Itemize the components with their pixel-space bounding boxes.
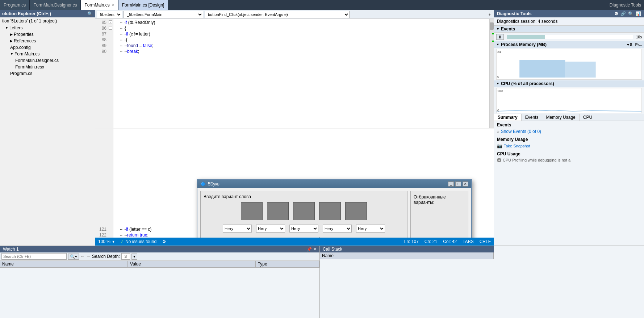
cpu-note-row: ● CPU Profiling while debugging is not a	[497, 158, 641, 162]
depth-dropdown-btn[interactable]: ▾	[131, 254, 137, 260]
watch-search-input[interactable]	[1, 253, 67, 260]
tab-formmain-designer[interactable]: FormMain.Designer.cs	[30, 0, 81, 10]
method-dropdown[interactable]: buttonFind_Click(object sender, EventArg…	[205, 11, 350, 18]
callstack-col-name: Name	[320, 252, 494, 259]
watch-panel-header: Watch 1 📌 ✕	[0, 246, 319, 252]
dialog-controls: _ □ ✕	[448, 181, 468, 187]
zoom-dropdown[interactable]: ▾	[112, 239, 114, 244]
sidebar-item-formmain[interactable]: ▼ FormMain.cs	[0, 51, 95, 57]
callstack-table: Name	[320, 252, 494, 318]
letter-box-5[interactable]	[345, 202, 367, 220]
tab-cpu[interactable]: CPU	[580, 114, 596, 121]
watch-pin-icon[interactable]: 📌	[307, 247, 312, 252]
time-label: 10s	[636, 35, 642, 39]
sidebar-header: olution Explorer (Ctrl+;) 🔍	[0, 10, 95, 17]
cpu-section-header[interactable]: ▼ CPU (% of all processors)	[494, 80, 644, 87]
letter-select-5[interactable]: Нету	[356, 225, 385, 233]
fold-icon-87[interactable]: -	[109, 26, 112, 30]
input-label: Введите вариант слова	[204, 194, 404, 199]
letter-select-2[interactable]: Нету	[256, 225, 285, 233]
memory-section-header[interactable]: ▼ Process Memory (MB) ▼S Pr...	[494, 41, 644, 48]
watch-search-button[interactable]: 🔍▾	[68, 254, 79, 260]
tab-memory-usage[interactable]: Memory Usage	[542, 114, 579, 121]
settings-icon[interactable]: ⚙	[162, 239, 166, 244]
tab-close-icon[interactable]: ✕	[112, 3, 114, 7]
dialog-close-btn[interactable]: ✕	[463, 181, 468, 187]
diag-search-icon[interactable]: 🔍	[628, 11, 633, 16]
search-depth-input[interactable]	[121, 253, 130, 260]
filter-button[interactable]: Отсеять	[288, 237, 320, 238]
watch-close-icon[interactable]: ✕	[313, 247, 317, 252]
diag-header: Diagnostic Tools ⚙ 🔗 🔍 📊	[494, 10, 644, 17]
letter-box-4[interactable]	[319, 202, 341, 220]
watch-back-icon[interactable]: ←	[80, 254, 85, 259]
memory-filter-icon[interactable]: ▼S	[626, 43, 632, 47]
letter-box-1[interactable]	[241, 202, 263, 220]
tab-summary[interactable]: Summary	[494, 114, 522, 121]
pause-btn[interactable]: ⏸	[496, 34, 504, 40]
sidebar-item-formmain-resx[interactable]: FormMain.resx	[0, 64, 95, 70]
namespace-dropdown[interactable]: 5Letters	[97, 11, 122, 18]
show-events-link[interactable]: Show Events (0 of 0)	[501, 129, 541, 134]
sidebar-item-formmain-designer[interactable]: FormMain.Designer.cs	[0, 57, 95, 64]
rejected-title: Отбракованные варианты:	[414, 194, 465, 205]
dialog-body: Введите вариант слова	[197, 188, 471, 238]
diag-link-icon[interactable]: 🔗	[620, 11, 626, 16]
callstack-panel: Call Stack Name	[320, 246, 494, 318]
tab-formmain-cs[interactable]: FormMain.cs ✕	[81, 0, 118, 10]
cpu-max-label: 100	[497, 89, 503, 93]
letter-select-1[interactable]: Нету	[223, 225, 252, 233]
tab-formmain-design[interactable]: FormMain.cs [Design]	[118, 0, 168, 10]
cpu-note-text: CPU Profiling while debugging is not a	[503, 158, 570, 162]
dialog-minimize-btn[interactable]: _	[448, 181, 454, 187]
letter-box-3[interactable]	[293, 202, 315, 220]
bottom-area: Watch 1 📌 ✕ 🔍▾ ← → Search Depth: ▾	[0, 246, 644, 318]
bottom-diag-spacer	[494, 246, 644, 318]
sidebar-item-references[interactable]: ▶ References	[0, 38, 95, 44]
fold-column-bottom	[108, 129, 113, 238]
watch-panel-controls: 📌 ✕	[307, 247, 317, 252]
cpu-usage-detail: CPU Usage ● CPU Profiling while debuggin…	[494, 150, 644, 164]
col-indicator: Col: 42	[443, 239, 457, 244]
cpu-min-label: 0	[497, 109, 499, 112]
watch-panel: Watch 1 📌 ✕ 🔍▾ ← → Search Depth: ▾	[0, 246, 320, 318]
sidebar-item-properties[interactable]: ▶ Properties	[0, 31, 95, 38]
add-tab-icon[interactable]: +	[487, 12, 492, 17]
search-depth-label: Search Depth:	[92, 254, 120, 259]
events-detail: Events » Show Events (0 of 0)	[494, 121, 644, 135]
letter-select-4[interactable]: Нету	[323, 225, 352, 233]
tabs-indicator: TABS	[463, 239, 473, 244]
diag-chart-icon[interactable]: 📊	[636, 11, 641, 16]
search-icon[interactable]: 🔍	[87, 11, 93, 16]
solution-explorer: olution Explorer (Ctrl+;) 🔍 tion '5Lette…	[0, 10, 95, 246]
scrollbar-top[interactable]	[489, 19, 494, 128]
take-snapshot-row: 📷 Take Snapshot	[497, 143, 641, 148]
cpu-chart: 100 0	[496, 88, 642, 113]
diag-session-info: Diagnostics session: 4 seconds	[494, 17, 644, 26]
class-dropdown[interactable]: _5Letters.FormMain	[124, 11, 203, 18]
tab-events[interactable]: Events	[522, 114, 543, 121]
dialog-maximize-btn[interactable]: □	[455, 181, 461, 187]
memory-options-icon[interactable]: Pr...	[635, 43, 642, 47]
diag-settings-icon[interactable]: ⚙	[614, 11, 618, 16]
line-indicator: Ln: 107	[404, 239, 419, 244]
col-type: Type	[255, 261, 319, 268]
letter-boxes	[204, 202, 404, 220]
sidebar-item-program[interactable]: Program.cs	[0, 70, 95, 77]
tab-program-cs[interactable]: Program.cs	[0, 0, 30, 10]
letter-select-3[interactable]: Нету	[289, 225, 318, 233]
watch-forward-icon[interactable]: →	[86, 254, 91, 259]
dialog-titlebar: 🔷 5Букв _ □ ✕	[197, 180, 471, 188]
sidebar-item-root[interactable]: ▼ Letters	[0, 25, 95, 31]
char-indicator: Ch: 21	[425, 239, 437, 244]
memory-chart: 24 0	[496, 49, 642, 80]
fold-icon-85[interactable]: -	[109, 20, 112, 24]
diagnostic-panel: Diagnostic Tools ⚙ 🔗 🔍 📊 Diagnostics ses…	[494, 10, 644, 246]
sidebar-item-appconfig[interactable]: App.config	[0, 44, 95, 51]
code-top: ····if (tb.ReadOnly) ····{ ·····if (c !=…	[118, 19, 489, 128]
events-section-header[interactable]: ▼ Events	[494, 26, 644, 33]
indicator-column-bottom	[113, 129, 118, 238]
project-label: tion '5Letters' (1 of 1 project)	[0, 17, 95, 25]
letter-box-2[interactable]	[267, 202, 289, 220]
take-snapshot-link[interactable]: Take Snapshot	[504, 144, 530, 148]
